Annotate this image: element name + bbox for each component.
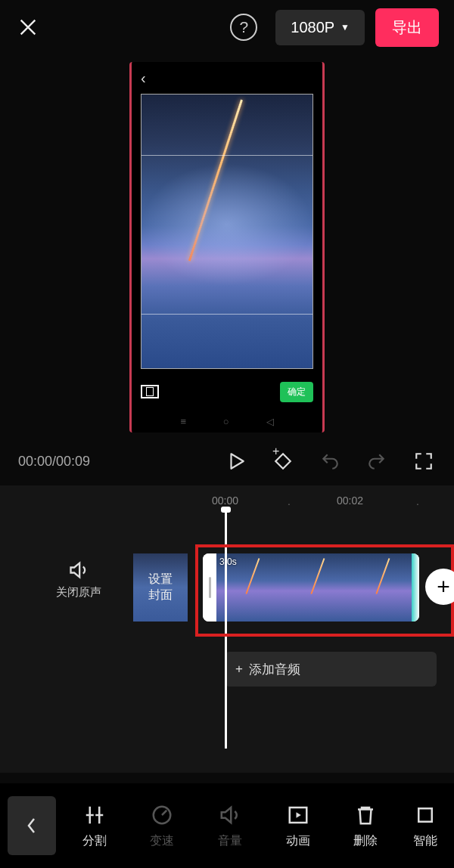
phone-nav-bar: ≡○◁ (132, 414, 322, 432)
top-bar: ? 1080P ▼ 导出 (0, 0, 454, 54)
animation-button[interactable]: 动画 (271, 803, 325, 849)
preview-area: ‹ 确定 ≡○◁ (0, 54, 454, 432)
export-button[interactable]: 导出 (375, 8, 439, 47)
set-cover-button[interactable]: 设置 封面 (133, 553, 188, 622)
add-clip-button[interactable]: + (425, 569, 454, 605)
video-clip[interactable]: 3.0s (203, 553, 419, 622)
playback-bar: 00:00/00:09 + (0, 437, 454, 485)
video-track: 关闭原声 设置 封面 3.0s + + 添加音 (0, 543, 454, 641)
keyframe-button[interactable]: + (271, 449, 295, 473)
close-button[interactable] (15, 14, 41, 40)
redo-button[interactable] (365, 449, 389, 473)
phone-back-icon[interactable]: ‹ (141, 70, 146, 87)
volume-button[interactable]: 音量 (203, 803, 257, 849)
split-icon (83, 803, 106, 827)
undo-button[interactable] (318, 449, 342, 473)
add-audio-label: 添加音频 (249, 661, 300, 678)
clip-thumbnail (347, 553, 412, 622)
bottom-toolbar: 分割 变速 音量 动画 删除 (0, 783, 454, 868)
speed-button[interactable]: 变速 (135, 803, 189, 849)
timecode: 00:00/00:09 (18, 454, 201, 470)
delete-button[interactable]: 删除 (338, 803, 393, 849)
smart-button[interactable]: 智能 (406, 803, 444, 849)
video-preview (141, 94, 313, 369)
clip-handle-right[interactable] (412, 553, 419, 622)
canvas[interactable] (141, 94, 313, 369)
aspect-ratio-icon[interactable] (141, 385, 159, 398)
clip-thumbnail (281, 553, 347, 622)
mute-toggle[interactable]: 关闭原声 (56, 560, 101, 600)
resolution-dropdown[interactable]: 1080P ▼ (275, 10, 365, 45)
speed-icon (151, 803, 173, 827)
plus-icon: + (235, 662, 243, 677)
animation-icon (287, 803, 309, 827)
phone-header: ‹ (132, 62, 322, 94)
phone-footer: 确定 (132, 369, 322, 414)
chevron-down-icon: ▼ (340, 22, 350, 33)
resolution-label: 1080P (291, 19, 334, 36)
fullscreen-button[interactable] (412, 449, 436, 473)
svg-rect-2 (418, 808, 432, 822)
help-button[interactable]: ? (230, 14, 257, 41)
confirm-button[interactable]: 确定 (280, 382, 313, 402)
timeline[interactable]: 00:00 · 00:02 · 关闭原声 设置 封面 3.0s (0, 485, 454, 773)
clip-handle-left[interactable] (203, 553, 216, 622)
split-button[interactable]: 分割 (67, 803, 122, 849)
delete-icon (354, 803, 377, 827)
phone-frame: ‹ 确定 ≡○◁ (129, 62, 325, 432)
smart-icon (414, 803, 437, 827)
play-button[interactable] (224, 449, 248, 473)
add-audio-button[interactable]: + 添加音频 (225, 652, 437, 687)
toolbar-back-button[interactable] (8, 796, 56, 855)
mute-label: 关闭原声 (56, 585, 101, 600)
playhead[interactable] (225, 508, 227, 749)
clip-duration: 3.0s (219, 556, 237, 567)
volume-icon (219, 803, 241, 827)
